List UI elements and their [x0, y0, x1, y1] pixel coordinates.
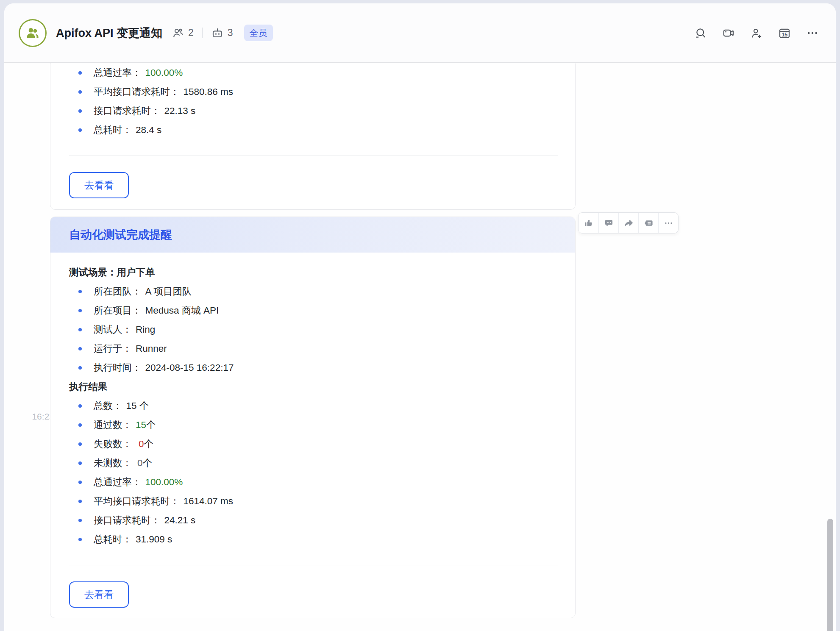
more-button[interactable] [806, 27, 819, 39]
bullet-icon [78, 481, 82, 484]
all-members-badge: 全员 [244, 25, 273, 41]
item-label: 执行时间： [94, 361, 142, 374]
quote-reply-button[interactable] [638, 213, 658, 233]
list-item: 总耗时： 31.909 s [69, 530, 558, 549]
item-label: 所在团队： [94, 285, 142, 298]
bullet-icon [78, 347, 82, 350]
bullet-icon [78, 423, 82, 427]
header-actions: 15 [694, 27, 819, 39]
bullet-icon [78, 109, 82, 113]
item-value: 1614.07 ms [184, 496, 234, 507]
thumbs-up-icon [584, 218, 593, 228]
bullet-icon [78, 290, 82, 293]
list-item: 平均接口请求耗时： 1614.07 ms [69, 492, 558, 511]
bullet-icon [78, 71, 82, 75]
list-item: 测试人： Ring [69, 320, 558, 339]
group-avatar[interactable] [19, 19, 47, 47]
item-label: 总耗时： [94, 123, 132, 136]
calendar-button[interactable]: 15 [778, 27, 791, 39]
item-label: 总数： [94, 399, 122, 412]
item-label: 总耗时： [94, 533, 132, 546]
message-card-automation-test: 自动化测试完成提醒 测试场景： 用户下单 所在团队： A 项目团队 所在项目： … [50, 217, 576, 618]
card-title: 自动化测试完成提醒 [69, 227, 172, 242]
item-value: 28.4 s [136, 125, 161, 136]
go-check-button[interactable]: 去看看 [69, 581, 129, 608]
item-value: A 项目团队 [145, 285, 192, 298]
item-label: 所在项目： [94, 304, 142, 317]
go-check-button[interactable]: 去看看 [69, 172, 129, 198]
comment-icon [604, 218, 614, 228]
quote-reply-icon [644, 218, 654, 228]
list-item: 所在项目： Medusa 商城 API [69, 301, 558, 320]
bullet-icon [78, 309, 82, 312]
chat-meta: 2 3 [172, 27, 233, 39]
item-value: 2024-08-15 16:22:17 [145, 362, 234, 373]
thumbs-up-button[interactable] [579, 213, 598, 233]
search-button[interactable] [694, 27, 707, 39]
bullet-icon [78, 442, 82, 446]
members-button[interactable] [172, 27, 184, 39]
scene-line: 测试场景： 用户下单 [69, 263, 558, 282]
add-member-button[interactable] [750, 27, 763, 39]
bullet-icon [78, 461, 82, 465]
chat-window: Apifox API 变更通知 2 3 [4, 3, 836, 631]
item-value: 15 [136, 420, 146, 431]
bots-button[interactable] [211, 27, 224, 39]
item-value: 31.909 s [136, 534, 172, 545]
item-label: 总通过率： [94, 475, 142, 489]
item-value: 24.21 s [164, 515, 196, 526]
card-body: 测试场景： 用户下单 所在团队： A 项目团队 所在项目： Medusa 商城 … [50, 253, 575, 608]
list-item: 平均接口请求耗时： 1580.86 ms [69, 82, 558, 101]
item-value: Runner [136, 343, 167, 354]
bullet-icon [78, 90, 82, 94]
list-item: 接口请求耗时： 24.21 s [69, 511, 558, 530]
chat-title: Apifox API 变更通知 [56, 25, 162, 41]
item-label: 失败数： [94, 437, 132, 450]
forward-button[interactable] [618, 213, 638, 233]
message-card-test-summary: 总通过率： 100.00% 平均接口请求耗时： 1580.86 ms 接口请求耗… [50, 63, 576, 210]
chat-header: Apifox API 变更通知 2 3 [4, 3, 836, 63]
item-label: 总通过率： [94, 66, 142, 79]
list-item: 总数： 15 个 [69, 396, 558, 415]
list-item: 总通过率： 100.00% [69, 63, 558, 82]
bullet-icon [78, 328, 82, 331]
video-call-button[interactable] [722, 27, 735, 39]
list-item: 失败数： 0 个 [69, 434, 558, 453]
item-value: 0 [137, 458, 143, 469]
list-item: 接口请求耗时： 22.13 s [69, 101, 558, 120]
list-item: 总耗时： 28.4 s [69, 120, 558, 139]
members-icon [172, 27, 184, 39]
result-section-title: 执行结果 [69, 377, 558, 396]
forward-icon [624, 218, 634, 228]
item-value: Medusa 商城 API [145, 304, 219, 317]
message-hover-toolbar [578, 212, 679, 233]
list-item: 未测数： 0 个 [69, 453, 558, 473]
list-item: 所在团队： A 项目团队 [69, 282, 558, 301]
bullet-icon [78, 538, 82, 541]
message-more-button[interactable] [658, 213, 678, 233]
person-add-icon [750, 27, 763, 39]
more-icon [806, 27, 819, 39]
item-label: 未测数： [94, 456, 132, 470]
item-value: 1580.86 ms [184, 86, 234, 97]
list-item: 执行时间： 2024-08-15 16:22:17 [69, 358, 558, 377]
list-item: 运行于： Runner [69, 339, 558, 358]
member-count: 2 [188, 27, 194, 39]
item-label: 平均接口请求耗时： [94, 495, 180, 508]
scene-value: 用户下单 [117, 266, 155, 279]
bullet-icon [78, 128, 82, 132]
list-item: 通过数： 15 个 [69, 415, 558, 434]
bullet-icon [78, 404, 82, 408]
card-header-band: 自动化测试完成提醒 [50, 217, 575, 253]
comment-button[interactable] [598, 213, 618, 233]
item-value: 100.00% [145, 477, 183, 488]
item-value: 15 个 [126, 399, 149, 412]
item-value-suffix: 个 [146, 418, 156, 431]
group-people-icon [25, 25, 41, 41]
item-label: 通过数： [94, 418, 132, 431]
scene-label: 测试场景： [69, 266, 117, 279]
bot-count: 3 [228, 27, 233, 39]
vertical-scrollbar[interactable] [827, 519, 833, 631]
item-value: 22.13 s [164, 106, 196, 117]
item-label: 平均接口请求耗时： [94, 85, 180, 98]
